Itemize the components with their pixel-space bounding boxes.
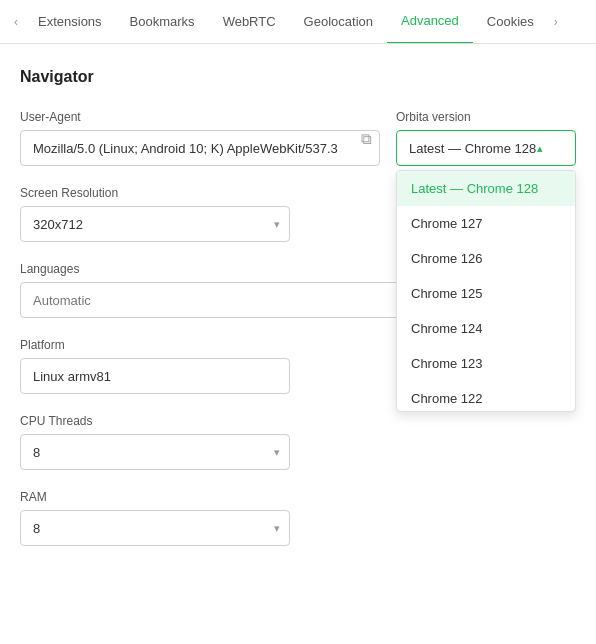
chevron-up-icon: ▴ — [537, 142, 543, 155]
orbita-select-button[interactable]: Latest — Chrome 128 ▴ — [396, 130, 576, 166]
main-content: Navigator User-Agent ⧉ Orbita version La… — [0, 44, 596, 590]
tab-advanced[interactable]: Advanced — [387, 0, 473, 44]
cpu-threads-label: CPU Threads — [20, 414, 290, 428]
user-agent-input[interactable] — [20, 130, 380, 166]
platform-field: Platform — [20, 338, 290, 394]
ram-field: RAM 8 ▾ — [20, 490, 290, 546]
screen-resolution-label: Screen Resolution — [20, 186, 290, 200]
orbita-section: Orbita version Latest — Chrome 128 ▴ Lat… — [396, 110, 576, 166]
user-agent-row: User-Agent ⧉ Orbita version Latest — Chr… — [20, 110, 576, 166]
copy-icon[interactable]: ⧉ — [361, 130, 372, 148]
user-agent-label: User-Agent — [20, 110, 380, 124]
tab-bookmarks[interactable]: Bookmarks — [116, 0, 209, 44]
section-title: Navigator — [20, 68, 576, 86]
orbita-option-chrome-124[interactable]: Chrome 124 — [397, 311, 575, 346]
orbita-option-chrome-125[interactable]: Chrome 125 — [397, 276, 575, 311]
orbita-option-chrome-127[interactable]: Chrome 127 — [397, 206, 575, 241]
ram-select-wrapper: 8 ▾ — [20, 510, 290, 546]
orbita-option-chrome-123[interactable]: Chrome 123 — [397, 346, 575, 381]
cpu-threads-field: CPU Threads 8 ▾ — [20, 414, 290, 470]
orbita-label: Orbita version — [396, 110, 576, 124]
user-agent-field: User-Agent ⧉ — [20, 110, 380, 166]
ram-label: RAM — [20, 490, 290, 504]
screen-resolution-field: Screen Resolution 320x712 ▾ — [20, 186, 290, 242]
screen-resolution-select-wrapper: 320x712 ▾ — [20, 206, 290, 242]
cpu-threads-select[interactable]: 8 — [20, 434, 290, 470]
platform-input[interactable] — [20, 358, 290, 394]
tab-bar: ‹ Extensions Bookmarks WebRTC Geolocatio… — [0, 0, 596, 44]
tab-webrtc[interactable]: WebRTC — [209, 0, 290, 44]
cpu-threads-select-wrapper: 8 ▾ — [20, 434, 290, 470]
tab-prev-arrow[interactable]: ‹ — [8, 15, 24, 29]
platform-label: Platform — [20, 338, 290, 352]
tab-cookies[interactable]: Cookies — [473, 0, 548, 44]
screen-resolution-select[interactable]: 320x712 — [20, 206, 290, 242]
user-agent-input-wrapper: ⧉ — [20, 130, 380, 166]
orbita-dropdown: Latest — Chrome 128 Chrome 127 Chrome 12… — [396, 170, 576, 412]
tab-geolocation[interactable]: Geolocation — [290, 0, 387, 44]
orbita-option-chrome-122[interactable]: Chrome 122 — [397, 381, 575, 411]
orbita-option-latest-128[interactable]: Latest — Chrome 128 — [397, 171, 575, 206]
tab-next-arrow[interactable]: › — [548, 15, 564, 29]
ram-select[interactable]: 8 — [20, 510, 290, 546]
orbita-selected-value: Latest — Chrome 128 — [409, 141, 536, 156]
tab-extensions[interactable]: Extensions — [24, 0, 116, 44]
orbita-dropdown-scroll[interactable]: Latest — Chrome 128 Chrome 127 Chrome 12… — [397, 171, 575, 411]
orbita-option-chrome-126[interactable]: Chrome 126 — [397, 241, 575, 276]
